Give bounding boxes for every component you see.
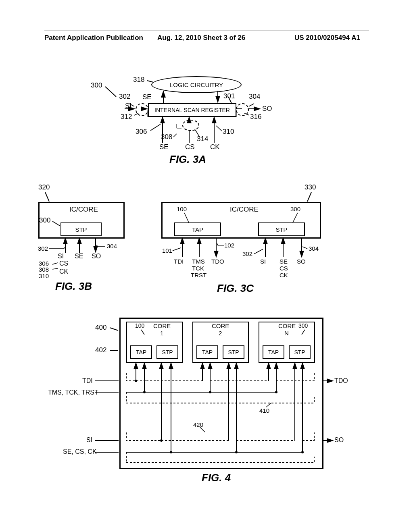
- fig3c-stp-box: STP: [258, 222, 305, 236]
- si-dashed-ellipse: [136, 103, 148, 116]
- cs-label: CS: [185, 143, 195, 151]
- fig3b-stp-box: STP: [60, 222, 102, 236]
- fig3c-stp-label: STP: [275, 226, 287, 233]
- fig3b-ref304: 304: [107, 243, 117, 249]
- fig3c-ref302: 302: [242, 250, 252, 257]
- ref-306: 306: [136, 128, 147, 136]
- se-top-label: SE: [142, 93, 152, 101]
- header-left: Patent Application Publication: [44, 34, 143, 42]
- fig3c-tdo: TDO: [211, 258, 224, 265]
- fig4-se: SE, CS, CK: [63, 448, 97, 455]
- ref-330: 330: [305, 183, 316, 191]
- fig3b-si: SI: [58, 253, 64, 260]
- fig4-so: SO: [334, 436, 344, 444]
- fig3c-so: SO: [297, 258, 306, 265]
- ref-312: 312: [121, 113, 132, 121]
- se-bot-label: SE: [159, 143, 169, 151]
- fig3b-ck: CK: [59, 268, 68, 275]
- fig4-ref410: 410: [259, 407, 269, 414]
- fig3c-ck: CK: [280, 272, 288, 278]
- fig4-ref300: 300: [298, 322, 308, 329]
- fig3b-stp-label: STP: [75, 226, 87, 233]
- fig3c-ref300: 300: [290, 206, 300, 212]
- header-rule: [44, 31, 369, 31]
- core2-stp-box: STP: [223, 345, 244, 359]
- core2-n: 2: [219, 330, 222, 337]
- fig3b-ic-label: IC/CORE: [69, 206, 98, 214]
- coreN-stp: STP: [294, 349, 305, 355]
- internal-scan-register-box: INTERNAL SCAN REGISTER: [148, 103, 236, 117]
- core1-tap-box: TAP: [130, 345, 152, 359]
- fig3c-si: SI: [260, 258, 266, 265]
- header-right: US 2010/0205494 A1: [294, 34, 360, 42]
- fig4-ref100: 100: [135, 322, 144, 329]
- coreN-label: CORE: [278, 322, 296, 329]
- fig3c-tms: TMS: [192, 258, 205, 265]
- fig4-ref400: 400: [95, 324, 106, 332]
- core2-label: CORE: [212, 322, 229, 329]
- fig4-tms: TMS, TCK, TRST: [48, 389, 98, 396]
- core2-stp: STP: [228, 349, 239, 355]
- core1-n: 1: [160, 330, 163, 337]
- ref-302: 302: [119, 93, 130, 101]
- fig4-ref402: 402: [95, 346, 106, 354]
- header-middle: Aug. 12, 2010 Sheet 3 of 26: [157, 34, 245, 42]
- fig3b-caption: FIG. 3B: [55, 280, 92, 293]
- ref-318: 318: [133, 76, 144, 84]
- fig3b-ref300: 300: [39, 216, 50, 224]
- fig3b-ref308: 308: [39, 266, 49, 273]
- fig3c-ic-label: IC/CORE: [230, 206, 259, 214]
- coreN-n: N: [284, 330, 289, 337]
- core1-stp-box: STP: [156, 345, 178, 359]
- ref-314: 314: [197, 135, 208, 143]
- coreN-tap: TAP: [268, 349, 279, 355]
- fig4-si: SI: [86, 436, 92, 444]
- fig3c-ref102: 102: [224, 242, 234, 249]
- ref-310: 310: [223, 128, 234, 136]
- fig3c-ref100: 100: [177, 206, 187, 212]
- fig3c-tap-label: TAP: [192, 226, 203, 233]
- fig3a-caption: FIG. 3A: [169, 153, 206, 166]
- fig3c-ref304: 304: [309, 245, 319, 252]
- fig3b-se: SE: [75, 253, 83, 260]
- core2-tap: TAP: [202, 349, 213, 355]
- coreN-stp-box: STP: [289, 345, 311, 359]
- ck-label: CK: [210, 143, 220, 151]
- fig4-tdo: TDO: [334, 377, 348, 384]
- ref-304: 304: [249, 93, 260, 101]
- ref-308: 308: [161, 133, 172, 141]
- so-label: SO: [262, 105, 272, 113]
- logic-circuitry-label: LOGIC CIRCUITRY: [170, 81, 223, 88]
- fig3c-tap-box: TAP: [174, 222, 221, 236]
- fig3c-ref101: 101: [162, 247, 172, 254]
- core1-tap: TAP: [136, 349, 146, 355]
- fig3c-caption: FIG. 3C: [217, 282, 254, 295]
- fig3c-tdi: TDI: [174, 258, 184, 265]
- fig3b-ref302: 302: [38, 245, 48, 252]
- core1-stp: STP: [162, 349, 173, 355]
- core2-tap-box: TAP: [196, 345, 218, 359]
- logic-circuitry-ellipse: LOGIC CIRCUITRY: [151, 76, 242, 93]
- ref-320: 320: [38, 183, 50, 191]
- fig3b-ref310: 310: [39, 272, 49, 279]
- fig3c-cs: CS: [280, 265, 288, 272]
- si-label: SI: [125, 102, 131, 110]
- fig3c-se: SE: [280, 258, 288, 265]
- fig4-ref420: 420: [193, 421, 203, 428]
- ref-301: 301: [223, 92, 235, 100]
- so-dashed-ellipse: [236, 103, 249, 116]
- internal-scan-register-label: INTERNAL SCAN REGISTER: [154, 107, 230, 113]
- fig3c-tck: TCK: [192, 265, 204, 272]
- coreN-tap-box: TAP: [263, 345, 284, 359]
- fig4-tdi: TDI: [82, 377, 93, 384]
- cs-dashed-ellipse: [182, 120, 199, 131]
- fig3b-cs: CS: [59, 260, 68, 267]
- core1-label: CORE: [153, 322, 171, 329]
- ref-300: 300: [91, 81, 102, 89]
- fig3c-trst: TRST: [191, 272, 206, 278]
- ref-316: 316: [250, 113, 261, 121]
- fig4-caption: FIG. 4: [202, 472, 231, 484]
- fig3b-so: SO: [92, 253, 101, 260]
